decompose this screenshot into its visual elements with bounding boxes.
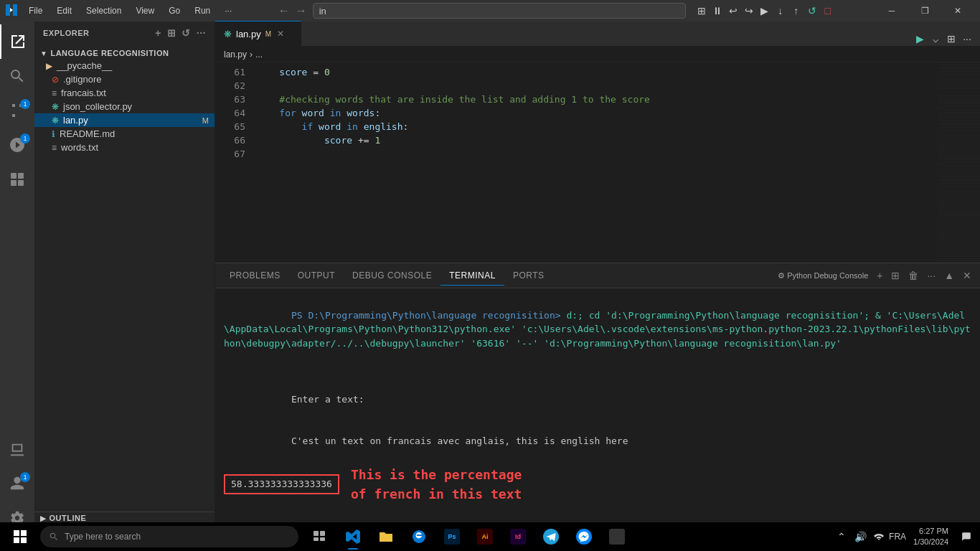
tray-network[interactable]: [870, 524, 887, 550]
activity-bar: 1 1 1: [0, 22, 34, 535]
taskbar-search-placeholder: Type here to search: [65, 532, 141, 542]
tab-close-button[interactable]: ✕: [275, 27, 286, 40]
remote-explorer-activity-icon[interactable]: [0, 432, 34, 466]
minimize-button[interactable]: ─: [875, 0, 908, 22]
tree-section-header[interactable]: ▼ LANGUAGE RECOGNISITION: [34, 47, 215, 59]
breadcrumb-file[interactable]: lan.py: [224, 50, 247, 60]
terminal-content[interactable]: PS D:\Programming\Python\language recogn…: [215, 288, 980, 535]
file-lan-py[interactable]: ❋ lan.py M: [34, 113, 215, 127]
edge-taskbar-app[interactable]: [403, 522, 435, 551]
svg-rect-4: [314, 531, 319, 536]
close-button[interactable]: ✕: [941, 0, 974, 22]
menu-view[interactable]: View: [130, 4, 160, 17]
file-readme[interactable]: ℹ README.md: [34, 127, 215, 141]
python-debug-label: ⚙ Python Debug Console: [778, 271, 868, 281]
unknown-taskbar-app[interactable]: [601, 522, 633, 551]
layout-btn[interactable]: ⊞: [694, 4, 709, 18]
run-code-button[interactable]: ▶: [913, 32, 927, 46]
menu-go[interactable]: Go: [163, 4, 186, 17]
breadcrumb-sep: ›: [250, 50, 253, 60]
code-editor[interactable]: 61 62 63 64 65 66 67 score = 0 #checking…: [215, 62, 980, 263]
debug-restart-btn[interactable]: ↩: [726, 4, 740, 18]
menu-more[interactable]: ···: [219, 4, 237, 17]
tab-lan-py[interactable]: ❋ lan.py M ✕: [215, 21, 301, 46]
close-panel-button[interactable]: ✕: [960, 268, 974, 283]
tab-problems[interactable]: PROBLEMS: [221, 266, 289, 286]
start-button[interactable]: [3, 522, 37, 551]
indesign-taskbar-app[interactable]: Id: [502, 522, 534, 551]
main-app: 1 1 1 EXPLORER + ⊞: [0, 22, 980, 535]
py-file-icon2: ❋: [52, 102, 59, 112]
task-view-app[interactable]: [304, 522, 336, 551]
menu-run[interactable]: Run: [189, 4, 216, 17]
new-file-icon[interactable]: +: [155, 27, 161, 39]
debug-stepover-btn[interactable]: ↪: [742, 4, 756, 18]
photoshop-taskbar-app[interactable]: Ps: [436, 522, 468, 551]
account-activity-icon[interactable]: 1: [0, 466, 34, 501]
explorer-activity-icon[interactable]: [0, 24, 34, 59]
file-words[interactable]: ≡ words.txt: [34, 141, 215, 154]
tab-debug-console[interactable]: DEBUG CONSOLE: [344, 266, 440, 286]
git-file-icon: ⊘: [52, 75, 59, 85]
svg-rect-2: [11, 180, 17, 186]
debug-stepinto-btn[interactable]: ↓: [773, 4, 788, 18]
titlebar-left: File Edit Selection View Go Run ···: [6, 4, 237, 18]
source-control-activity-icon[interactable]: 1: [0, 93, 34, 128]
tab-output[interactable]: OUTPUT: [289, 266, 344, 286]
extensions-activity-icon[interactable]: [0, 162, 34, 197]
run-debug-activity-icon[interactable]: 1: [0, 128, 34, 162]
layout-btn2[interactable]: ⏸: [710, 4, 725, 18]
refresh-icon[interactable]: ↺: [182, 27, 191, 39]
collapse-icon[interactable]: ···: [197, 27, 206, 39]
tab-terminal[interactable]: TERMINAL: [440, 266, 504, 286]
file-pycache[interactable]: ▶ __pycache__: [34, 59, 215, 72]
taskbar-clock[interactable]: 6:27 PM 1/30/2024: [908, 526, 954, 548]
taskbar-apps: Ps Ai Id: [304, 522, 633, 551]
file-json-collector[interactable]: ❋ json_collector.py: [34, 100, 215, 113]
debug-stop-btn[interactable]: □: [821, 4, 835, 18]
search-activity-icon[interactable]: [0, 59, 34, 93]
telegram-taskbar-app[interactable]: [535, 522, 567, 551]
menu-file[interactable]: File: [23, 4, 48, 17]
split-editor-button[interactable]: ⊞: [944, 32, 958, 46]
vscode-taskbar-app[interactable]: [337, 522, 369, 551]
split-terminal-button[interactable]: ⊞: [888, 268, 903, 283]
notification-button[interactable]: [956, 524, 977, 550]
terminal-enter-text: Enter a text:: [224, 378, 971, 420]
more-panel-button[interactable]: ···: [924, 268, 938, 283]
add-terminal-button[interactable]: +: [874, 268, 885, 283]
new-folder-icon[interactable]: ⊞: [167, 27, 176, 39]
command-search-bar[interactable]: in: [313, 3, 686, 19]
nav-back-button[interactable]: ←: [278, 4, 290, 17]
nav-forward-button[interactable]: →: [296, 4, 307, 17]
svg-rect-5: [320, 531, 325, 536]
debug-stepout-btn[interactable]: ↑: [789, 4, 804, 18]
file-lan-py-label: lan.py: [63, 115, 88, 126]
file-francais[interactable]: ≡ francais.txt: [34, 86, 215, 100]
kill-terminal-button[interactable]: 🗑: [905, 268, 921, 283]
run-options-button[interactable]: ⌵: [928, 32, 943, 46]
menu-selection[interactable]: Selection: [80, 4, 127, 17]
illustrator-taskbar-app[interactable]: Ai: [469, 522, 501, 551]
file-explorer-taskbar-app[interactable]: [370, 522, 402, 551]
tab-ports[interactable]: PORTS: [504, 266, 553, 286]
file-gitignore[interactable]: ⊘ .gitignore: [34, 72, 215, 86]
more-actions-button[interactable]: ···: [960, 32, 974, 46]
titlebar-menu: File Edit Selection View Go Run ···: [23, 4, 237, 17]
activity-bar-bottom: 1: [0, 432, 34, 535]
menu-edit[interactable]: Edit: [51, 4, 77, 17]
clock-date: 1/30/2024: [913, 537, 948, 547]
maximize-panel-button[interactable]: ▲: [941, 268, 957, 283]
tray-volume[interactable]: 🔊: [852, 524, 869, 550]
tray-chevron[interactable]: ⌃: [833, 524, 850, 550]
taskbar-search[interactable]: Type here to search: [40, 526, 298, 547]
messenger-taskbar-app[interactable]: [568, 522, 600, 551]
restore-button[interactable]: ❐: [908, 0, 941, 22]
svg-rect-6: [314, 537, 319, 541]
debug-continue-btn[interactable]: ▶: [758, 4, 772, 18]
section-label: LANGUAGE RECOGNISITION: [50, 49, 169, 57]
panel-area: PROBLEMS OUTPUT DEBUG CONSOLE TERMINAL P…: [215, 263, 980, 535]
debug-restart2-btn[interactable]: ↺: [805, 4, 819, 18]
terminal-input-text: C'est un text on francais avec anglais, …: [224, 420, 971, 463]
tray-language[interactable]: FRA: [889, 524, 906, 550]
